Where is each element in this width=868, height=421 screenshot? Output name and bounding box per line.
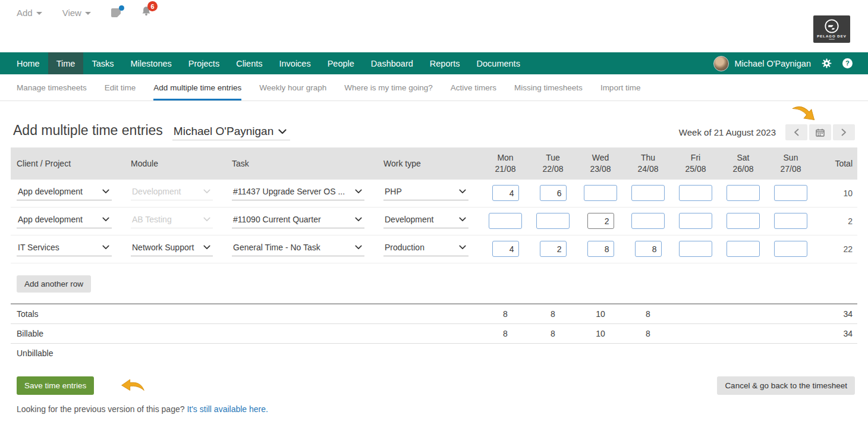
calendar-button[interactable] xyxy=(809,124,831,140)
task-select[interactable]: General Time - No Task xyxy=(232,241,364,256)
hours-input-sat[interactable] xyxy=(727,241,760,257)
logo-text: PELAGO DEV xyxy=(817,34,846,38)
hours-input-fri[interactable] xyxy=(679,213,712,229)
task-select[interactable]: #11090 Current Quarter xyxy=(232,213,364,228)
hours-input-mon[interactable] xyxy=(489,213,522,229)
nav-item-people[interactable]: People xyxy=(319,52,363,74)
hours-input-mon[interactable] xyxy=(492,185,519,201)
cancel-button[interactable]: Cancel & go back to the timesheet xyxy=(717,376,855,395)
chevron-down-icon xyxy=(85,12,91,15)
work-type-select[interactable]: Development xyxy=(383,213,468,228)
totals-row: Totals 8 8 10 8 34 xyxy=(11,304,857,324)
time-subnav: Manage timesheets Edit time Add multiple… xyxy=(0,74,868,101)
nav-item-projects[interactable]: Projects xyxy=(180,52,228,74)
chevron-down-icon xyxy=(459,189,466,194)
chevron-down-icon xyxy=(203,189,210,194)
col-day-thu: Thu24/08 xyxy=(624,152,672,175)
hours-input-tue[interactable] xyxy=(536,213,570,229)
hours-input-thu[interactable] xyxy=(635,241,662,257)
chevron-down-icon xyxy=(102,217,109,222)
page-title: Add multiple time entries xyxy=(13,122,163,139)
nav-item-milestones[interactable]: Milestones xyxy=(122,52,180,74)
col-day-sat: Sat26/08 xyxy=(719,152,767,175)
week-label: Week of 21 August 2023 xyxy=(679,127,776,137)
hours-input-fri[interactable] xyxy=(679,241,712,257)
module-select[interactable]: Network Support xyxy=(131,241,213,256)
gear-icon xyxy=(822,58,832,68)
nav-item-reports[interactable]: Reports xyxy=(422,52,468,74)
subnav-edit-time[interactable]: Edit time xyxy=(105,74,136,100)
next-week-button[interactable] xyxy=(833,124,855,140)
chevron-down-icon xyxy=(355,245,362,250)
client-select[interactable]: IT Services xyxy=(17,241,112,256)
hours-input-mon[interactable] xyxy=(492,241,519,257)
nav-item-invoices[interactable]: Invoices xyxy=(271,52,319,74)
person-selector[interactable]: Michael O'Paynigan xyxy=(172,125,290,140)
task-select[interactable]: #11437 Upgrade Server OS ... xyxy=(232,186,364,200)
hours-input-tue[interactable] xyxy=(540,185,567,201)
settings-button[interactable] xyxy=(822,58,832,68)
view-menu-label: View xyxy=(62,8,81,18)
chevron-down-icon xyxy=(203,245,210,250)
hours-input-sun[interactable] xyxy=(774,241,807,257)
hours-input-sat[interactable] xyxy=(727,213,760,229)
nav-item-time[interactable]: Time xyxy=(48,52,84,74)
table-row: App development Development #11437 Upgra… xyxy=(11,180,857,208)
hours-input-thu[interactable] xyxy=(631,213,665,229)
hours-input-wed[interactable] xyxy=(584,185,617,201)
user-menu[interactable]: Michael O'Paynigan xyxy=(713,56,811,71)
col-day-mon: Mon21/08 xyxy=(482,152,529,175)
help-button[interactable]: ? xyxy=(842,58,853,68)
subnav-add-multiple-time-entries[interactable]: Add multiple time entries xyxy=(153,74,241,100)
hours-input-sun[interactable] xyxy=(774,213,807,229)
chevron-down-icon xyxy=(459,245,466,250)
add-another-row-button[interactable]: Add another row xyxy=(17,275,91,293)
col-day-tue: Tue22/08 xyxy=(529,152,577,175)
nav-item-tasks[interactable]: Tasks xyxy=(83,52,122,74)
previous-week-button[interactable] xyxy=(785,124,807,140)
subnav-where-is-my-time-going[interactable]: Where is my time going? xyxy=(344,74,433,100)
previous-version-text: Looking for the previous version of this… xyxy=(17,404,185,414)
subnav-manage-timesheets[interactable]: Manage timesheets xyxy=(17,74,87,100)
summary-section: Totals 8 8 10 8 34 Billable 8 8 10 8 34 … xyxy=(11,303,857,363)
subnav-active-timers[interactable]: Active timers xyxy=(451,74,496,100)
hours-input-wed[interactable] xyxy=(587,213,614,229)
subnav-missing-timesheets[interactable]: Missing timesheets xyxy=(514,74,583,100)
work-type-select[interactable]: Production xyxy=(383,241,468,256)
main-navbar: Home Time Tasks Milestones Projects Clie… xyxy=(0,52,868,74)
chevron-down-icon xyxy=(459,217,466,222)
col-day-wed: Wed23/08 xyxy=(577,152,624,175)
billable-label: Billable xyxy=(11,329,482,338)
nav-item-home[interactable]: Home xyxy=(8,52,48,74)
hours-input-thu[interactable] xyxy=(631,185,665,201)
title-left: Add multiple time entries Michael O'Payn… xyxy=(13,122,290,140)
hours-input-sat[interactable] xyxy=(727,185,760,201)
nav-item-documents[interactable]: Documents xyxy=(468,52,529,74)
billable-row: Billable 8 8 10 8 34 xyxy=(11,324,857,344)
question-icon: ? xyxy=(842,58,853,68)
hours-input-sun[interactable] xyxy=(774,185,807,201)
company-logo: PELAGO DEV xyxy=(813,15,850,43)
add-menu[interactable]: Add xyxy=(17,8,42,18)
nav-item-dashboard[interactable]: Dashboard xyxy=(363,52,422,74)
client-select[interactable]: App development xyxy=(17,213,112,228)
save-time-entries-button[interactable]: Save time entries xyxy=(17,376,94,395)
view-menu[interactable]: View xyxy=(62,8,91,18)
col-day-sun: Sun27/08 xyxy=(767,152,814,175)
totals-grand-total: 34 xyxy=(814,309,857,319)
calendar-icon xyxy=(816,128,825,137)
nav-item-clients[interactable]: Clients xyxy=(228,52,271,74)
col-total: Total xyxy=(814,159,857,168)
client-select[interactable]: App development xyxy=(17,186,112,200)
subnav-weekly-hour-graph[interactable]: Weekly hour graph xyxy=(259,74,326,100)
hours-input-fri[interactable] xyxy=(679,185,712,201)
hours-input-tue[interactable] xyxy=(540,241,567,257)
table-row: App development AB Testing #11090 Curren… xyxy=(11,208,857,235)
previous-version-link[interactable]: It's still available here. xyxy=(187,404,268,414)
notes-button[interactable] xyxy=(111,8,121,17)
work-type-select[interactable]: PHP xyxy=(383,186,468,200)
logo-mark-icon xyxy=(824,18,839,34)
hours-input-wed[interactable] xyxy=(587,241,614,257)
subnav-import-time[interactable]: Import time xyxy=(600,74,641,100)
notifications-button[interactable]: 6 xyxy=(141,6,152,19)
